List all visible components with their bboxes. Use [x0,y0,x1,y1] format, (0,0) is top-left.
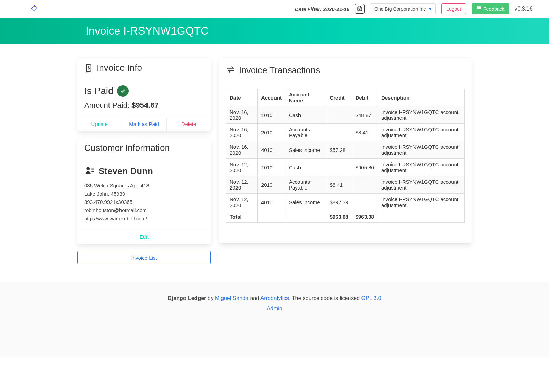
total-cell-3: $963.08 [326,211,352,223]
cell-account_name: Cash [285,159,326,176]
cell-credit [326,159,352,176]
cell-account_name: Sales Income [285,194,326,211]
cell-debit: $8.41 [352,124,378,141]
calendar-button[interactable] [355,4,365,14]
mark-paid-button[interactable]: Mark as Paid [122,117,166,131]
cell-debit: $48.87 [352,106,378,124]
comment-icon [476,6,481,12]
cell-credit: $897.39 [326,194,352,211]
delete-button[interactable]: Delete [166,117,211,131]
customer-address1: 035 Welch Squares Apt. 418 [84,182,204,190]
col-debit: Debit [352,89,378,106]
footer-admin-link[interactable]: Admin [267,305,282,311]
invoice-dollar-icon: $ [84,64,93,73]
table-row: Nov. 16, 20202010Accounts Payable$8.41In… [226,124,465,141]
amount-paid-label: Amount Paid: [84,101,131,109]
cell-date: Nov. 16, 2020 [226,141,258,159]
date-filter-label: Date Filter: 2020-11-16 [295,6,349,12]
feedback-button[interactable]: Feedback [472,3,509,14]
chevron-down-icon: ▼ [428,7,432,11]
cell-description: Invoice I-RSYNW1GQTC account adjustment. [378,106,464,124]
cell-credit: $57.28 [326,141,352,159]
customer-website: http://www.warren-bell.com/ [84,214,204,223]
page-hero: Invoice I-RSYNW1GQTC [0,18,549,44]
table-row: Nov. 12, 20204010Sales Income$897.39Invo… [226,194,465,211]
invoice-list-button[interactable]: Invoice List [77,251,211,264]
table-total-row: Total$963.08$963.08 [226,211,465,223]
cell-account: 1010 [257,159,285,176]
topbar: Date Filter: 2020-11-16 One Big Corporat… [0,0,549,18]
version-label: v0.3.16 [515,6,533,12]
transactions-card: Invoice Transactions Date Account Accoun… [219,58,472,243]
total-cell-1 [257,211,285,223]
exchange-icon [226,65,235,76]
footer-project: Django Ledger [168,295,206,301]
cell-description: Invoice I-RSYNW1GQTC account adjustment. [378,159,464,176]
total-cell-2 [285,211,326,223]
cell-account_name: Cash [285,106,326,124]
table-row: Nov. 12, 20201010Cash$905.80Invoice I-RS… [226,159,465,176]
svg-text:$: $ [88,66,90,70]
paid-check-icon [117,85,129,97]
svg-rect-5 [91,171,94,172]
customer-info-card: Customer Information Steven Dunn [77,138,211,244]
col-account-name: Account Name [285,89,326,106]
feedback-label: Feedback [483,6,504,12]
customer-phone: 393.470.9921x30365 [84,198,204,206]
update-button[interactable]: Update [77,117,122,131]
customer-address2: Lake John. 45939 [84,190,204,198]
table-row: Nov. 12, 20202010Accounts Payable$8.41In… [226,176,465,194]
svg-point-2 [86,167,90,170]
footer-author1-link[interactable]: Miguel Sanda [215,295,248,301]
cell-account_name: Accounts Payable [285,124,326,141]
cell-credit: $8.41 [326,176,352,194]
col-account: Account [257,89,285,106]
cell-credit [326,124,352,141]
cell-account: 2010 [257,124,285,141]
logout-button[interactable]: Logout [441,3,466,14]
edit-customer-button[interactable]: Edit [77,230,211,244]
table-row: Nov. 16, 20201010Cash$48.87Invoice I-RSY… [226,106,465,124]
address-card-icon [84,165,94,177]
page-footer: Django Ledger by Miguel Sanda and Arroba… [0,282,549,357]
is-paid-label: Is Paid [84,86,114,96]
transactions-header: Invoice Transactions [239,65,320,76]
footer-author2-link[interactable]: Arrobalytics [260,295,289,301]
cell-account: 4010 [257,141,285,159]
cell-date: Nov. 16, 2020 [226,106,258,124]
transactions-table: Date Account Account Name Credit Debit D… [226,89,465,223]
cell-account_name: Accounts Payable [285,176,326,194]
cell-account: 1010 [257,106,285,124]
customer-info-header: Customer Information [84,143,170,153]
amount-paid-value: $954.67 [131,101,159,109]
cell-date: Nov. 12, 2020 [226,176,258,194]
cell-account: 4010 [257,194,285,211]
cell-description: Invoice I-RSYNW1GQTC account adjustment. [378,176,464,194]
cell-credit [326,106,352,124]
entity-select-value: One Big Corporation Inc [374,6,426,12]
cell-date: Nov. 12, 2020 [226,194,258,211]
cell-date: Nov. 16, 2020 [226,124,258,141]
footer-license-link[interactable]: GPL 3.0 [361,295,381,301]
cell-date: Nov. 12, 2020 [226,159,258,176]
entity-select[interactable]: One Big Corporation Inc ▼ [370,3,436,14]
svg-rect-0 [358,7,362,11]
calendar-check-icon [357,6,362,12]
page-title: Invoice I-RSYNW1GQTC [86,25,463,37]
total-cell-5 [378,211,464,223]
table-row: Nov. 16, 20204010Sales Income$57.28Invoi… [226,141,465,159]
app-logo-icon[interactable] [30,5,38,13]
cell-description: Invoice I-RSYNW1GQTC account adjustment. [378,124,464,141]
invoice-info-card: $ Invoice Info Is Paid Amount Paid: $954… [77,58,211,131]
cell-description: Invoice I-RSYNW1GQTC account adjustment. [378,141,464,159]
total-cell-4: $963.08 [352,211,378,223]
cell-debit: $905.80 [352,159,378,176]
cell-debit [352,141,378,159]
col-description: Description [378,89,464,106]
cell-debit [352,194,378,211]
cell-description: Invoice I-RSYNW1GQTC account adjustment. [378,194,464,211]
cell-account_name: Sales Income [285,141,326,159]
customer-email: robinhouston@hotmail.com [84,206,204,214]
svg-rect-4 [91,170,94,170]
total-cell-0: Total [226,211,258,223]
